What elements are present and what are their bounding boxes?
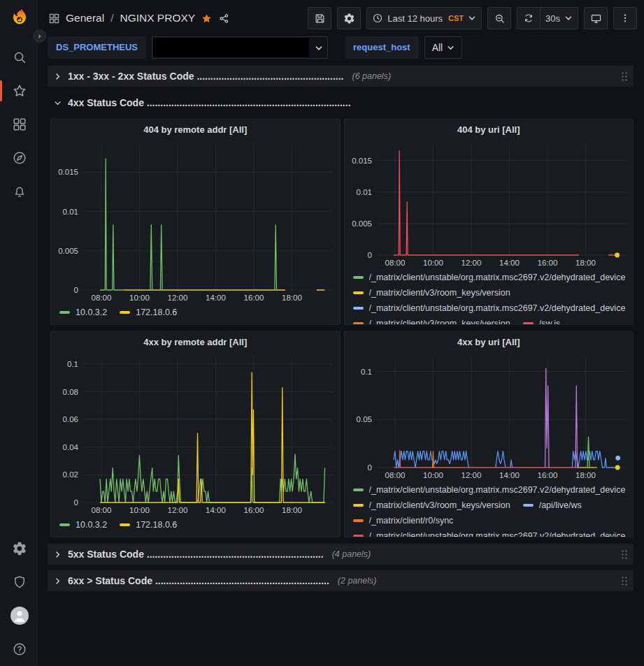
svg-text:0.02: 0.02 [63, 470, 78, 479]
share-icon[interactable] [218, 13, 230, 24]
timeseries-chart[interactable]: 08:0010:0012:0014:0016:0018:0000.0050.01… [345, 140, 634, 269]
ds-prometheus-dropdown[interactable] [152, 36, 328, 59]
legend-item[interactable]: /_matrix/client/v3/room_keys/version [353, 287, 510, 298]
legend-item[interactable]: /_matrix/client/unstable/org.matrix.msc2… [353, 530, 626, 537]
svg-text:10:00: 10:00 [129, 294, 150, 302]
kiosk-mode-button[interactable] [584, 7, 608, 29]
legend-item[interactable]: 10.0.3.2 [59, 519, 107, 530]
breadcrumb-dashboard-title[interactable]: NGINX PROXY [120, 12, 195, 24]
svg-text:0.05: 0.05 [356, 415, 371, 424]
panel-title[interactable]: 4xx by remote addr [All] [51, 332, 340, 353]
row-drag-handle[interactable] [621, 71, 628, 82]
more-options-button[interactable] [613, 7, 637, 29]
svg-text:08:00: 08:00 [385, 259, 405, 267]
legend-item[interactable]: /sw.js [523, 317, 561, 324]
sidebar [0, 0, 38, 666]
apps-grid-icon [48, 13, 60, 24]
sidebar-expand-button[interactable]: › [33, 29, 46, 43]
chart-legend: /_matrix/client/unstable/org.matrix.msc2… [345, 269, 634, 324]
chart-legend: 10.0.3.2172.18.0.6 [51, 304, 340, 324]
legend-color-swatch [353, 322, 364, 325]
legend-color-swatch [353, 307, 364, 310]
svg-text:0.01: 0.01 [63, 208, 78, 216]
svg-text:0.06: 0.06 [63, 415, 78, 424]
sidebar-item-settings[interactable] [0, 532, 38, 565]
legend-color-swatch [523, 322, 534, 325]
ds-prometheus-value-redacted [153, 38, 309, 57]
legend-item[interactable]: /_matrix/client/unstable/org.matrix.msc2… [353, 302, 626, 314]
sidebar-item-search[interactable] [0, 41, 38, 74]
sidebar-item-profile[interactable] [0, 599, 38, 632]
request-host-dropdown[interactable]: All [424, 36, 463, 59]
legend-item[interactable]: /_matrix/client/r0/sync [353, 514, 454, 526]
svg-text:08:00: 08:00 [385, 471, 405, 479]
svg-text:0: 0 [367, 463, 371, 472]
gear-icon [343, 13, 355, 24]
svg-text:10:00: 10:00 [423, 471, 443, 479]
legend-label: 172.18.0.6 [136, 307, 177, 317]
row-4xx[interactable]: 4xx Status Code ........................… [48, 92, 634, 113]
chevron-right-icon [53, 577, 62, 586]
favorite-star-icon[interactable] [201, 13, 213, 24]
save-dashboard-button[interactable] [308, 7, 331, 29]
svg-text:14:00: 14:00 [499, 471, 520, 479]
svg-text:0: 0 [74, 286, 78, 294]
legend-item[interactable]: /_matrix/client/v3/room_keys/version [353, 317, 510, 324]
dashboard-settings-button[interactable] [337, 7, 361, 29]
svg-text:0: 0 [367, 251, 371, 259]
timeseries-chart[interactable]: 08:0010:0012:0014:0016:0018:0000.020.040… [51, 353, 340, 516]
user-avatar [10, 607, 29, 625]
row-drag-handle[interactable] [621, 549, 628, 560]
svg-text:0.01: 0.01 [356, 188, 371, 196]
zoom-out-button[interactable] [487, 7, 511, 29]
legend-label: /sw.js [539, 319, 561, 325]
legend-color-swatch [353, 535, 364, 537]
row-drag-handle[interactable] [621, 576, 628, 586]
svg-text:18:00: 18:00 [282, 506, 302, 514]
sidebar-item-server-admin[interactable] [0, 565, 38, 599]
panel-title[interactable]: 404 by remote addr [All] [51, 120, 340, 140]
zoom-out-icon [494, 13, 506, 24]
row-1xx-3xx-2xx[interactable]: 1xx - 3xx - 2xx Status Code ............… [48, 66, 634, 87]
ds-prometheus-label: DS_PROMETHEUS [48, 36, 146, 59]
refresh-interval-dropdown[interactable]: 30s [541, 7, 578, 29]
legend-item[interactable]: /_matrix/client/unstable/org.matrix.msc2… [353, 484, 626, 495]
sidebar-item-alerting[interactable] [0, 175, 38, 208]
active-indicator [0, 80, 2, 101]
legend-item[interactable]: /_matrix/client/v3/room_keys/version [353, 499, 510, 511]
legend-item[interactable]: 172.18.0.6 [120, 306, 177, 318]
chart-legend: /_matrix/client/unstable/org.matrix.msc2… [345, 482, 634, 537]
legend-label: /_matrix/client/unstable/org.matrix.msc2… [369, 531, 626, 537]
legend-item[interactable]: /_matrix/client/unstable/org.matrix.msc2… [353, 271, 626, 283]
refresh-button[interactable] [517, 7, 541, 29]
legend-item[interactable]: 10.0.3.2 [59, 306, 107, 318]
shield-icon [12, 574, 27, 590]
sidebar-item-starred[interactable] [0, 74, 38, 108]
timeseries-chart[interactable]: 08:0010:0012:0014:0016:0018:0000.0050.01… [51, 140, 340, 304]
time-range-picker[interactable]: Last 12 hours CST [366, 7, 482, 29]
svg-text:12:00: 12:00 [461, 259, 481, 267]
legend-label: 10.0.3.2 [76, 520, 107, 530]
panel-title[interactable]: 404 by uri [All] [345, 120, 634, 140]
row-title: 6xx > Status Code ......................… [68, 575, 329, 586]
sidebar-item-explore[interactable] [0, 141, 38, 175]
row-5xx[interactable]: 5xx Status Code ........................… [48, 544, 634, 565]
panel-title[interactable]: 4xx by uri [All] [345, 332, 634, 353]
grafana-logo-link[interactable] [0, 0, 38, 36]
legend-item[interactable]: /api/live/ws [523, 499, 582, 511]
refresh-interval-label: 30s [545, 13, 560, 24]
sidebar-item-help[interactable] [0, 632, 38, 666]
sidebar-item-dashboards[interactable] [0, 108, 38, 141]
explore-compass-icon [12, 150, 27, 166]
legend-label: /_matrix/client/unstable/org.matrix.msc2… [369, 273, 626, 282]
legend-item[interactable]: 172.18.0.6 [120, 519, 177, 530]
timeseries-chart[interactable]: 08:0010:0012:0014:0016:0018:0000.050.1 [345, 353, 634, 482]
legend-color-swatch [523, 504, 534, 507]
grafana-dashboard: › General / NGINX PROXY [0, 0, 644, 666]
kebab-menu-icon [620, 13, 631, 24]
svg-text:14:00: 14:00 [206, 294, 226, 302]
row-6xx[interactable]: 6xx > Status Code ......................… [48, 570, 634, 591]
svg-text:14:00: 14:00 [499, 259, 520, 267]
help-icon [12, 642, 27, 657]
breadcrumb-folder[interactable]: General [66, 12, 104, 24]
